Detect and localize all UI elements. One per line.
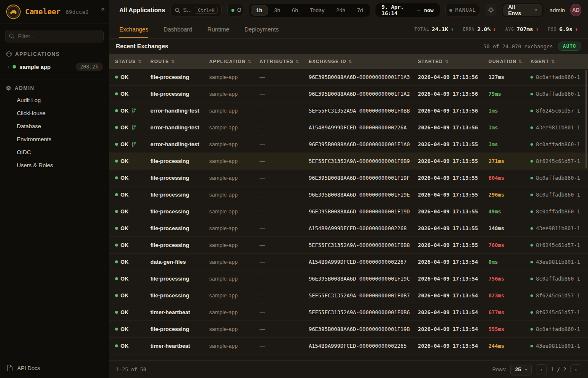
scrollbar-thumb[interactable] <box>585 70 587 168</box>
column-header-attributes[interactable]: ATTRIBUTES⇅ <box>260 59 309 64</box>
table-row[interactable]: OK data-gen-files sample-app — A154B9A99… <box>109 254 588 270</box>
env-select[interactable]: All Envs ▾ <box>503 4 542 16</box>
applications-header-label: APPLICATIONS <box>15 51 60 57</box>
rows-per-page-value: 25 <box>515 367 521 373</box>
table-row[interactable]: OK file-processing sample-app — 96E395B0… <box>109 69 588 86</box>
agent-cell: 8c0affadb860-1 <box>530 74 588 80</box>
theme-toggle-button[interactable] <box>486 4 496 16</box>
application-cell: sample-app <box>209 192 260 198</box>
tab-runtime[interactable]: Runtime <box>207 20 229 38</box>
status-ok-dot <box>115 227 118 230</box>
table-row[interactable]: OK timer-heartbeat sample-app — 5EF55FC3… <box>109 304 588 321</box>
duration-cell: 244ms <box>488 343 530 349</box>
filter-input[interactable] <box>5 30 104 42</box>
sidebar-item-users-roles[interactable]: Users & Roles <box>0 159 109 172</box>
column-header-started[interactable]: STARTED⇅ <box>418 59 488 64</box>
chevron-right-icon[interactable]: › <box>8 64 9 70</box>
status-ok-dot <box>115 344 118 347</box>
table-row[interactable]: OK error-handling-test sample-app — 96E3… <box>109 136 588 153</box>
prev-page-button[interactable]: ‹ <box>536 364 547 375</box>
agent-online-dot <box>530 177 533 179</box>
sidebar-item-environments[interactable]: Environments <box>0 133 109 146</box>
table-row[interactable]: OK file-processing sample-app — A154B9A9… <box>109 220 588 237</box>
trend-up-icon: ↑ <box>536 26 538 32</box>
rows-per-page-select[interactable]: 25 ▾ <box>510 364 531 375</box>
time-range-7d[interactable]: 7d <box>352 5 368 16</box>
manual-refresh-toggle[interactable]: MANUAL <box>445 4 480 16</box>
column-header-exchange-id[interactable]: EXCHANGE ID⇅ <box>309 59 418 64</box>
time-range-3h[interactable]: 3h <box>269 5 286 16</box>
date-separator: – <box>417 7 420 13</box>
started-cell: 2026-04-09 17:13:56 <box>418 91 488 97</box>
agent-online-dot <box>530 227 533 230</box>
sidebar-item-audit-log[interactable]: Audit Log <box>0 94 109 107</box>
avatar[interactable]: AD <box>570 4 581 16</box>
attributes-cell: — <box>260 259 309 265</box>
started-cell: 2026-04-09 17:13:54 <box>418 326 488 332</box>
column-header-application[interactable]: APPLICATION⇅ <box>209 59 260 64</box>
route-cell: file-processing <box>150 326 209 332</box>
table-row[interactable]: OK file-processing sample-app — 96E395B0… <box>109 321 588 338</box>
agent-id-label: 8c0affadb860-1 <box>536 74 580 80</box>
table-title-right: 50 of 24.070 exchanges AUTO <box>483 42 581 51</box>
topbar: All Applications S… Ctrl+K O 1h3h6hToday… <box>109 0 588 20</box>
trend-up-icon: ↑ <box>493 26 496 32</box>
column-header-agent[interactable]: AGENT⇅ <box>530 59 588 64</box>
sidebar-item-clickhouse[interactable]: ClickHouse <box>0 107 109 120</box>
tab-deployments[interactable]: Deployments <box>244 20 279 38</box>
table-header-row: STATUS⇅ROUTE⇅APPLICATION⇅ATTRIBUTES⇅EXCH… <box>109 54 588 69</box>
time-range-24h[interactable]: 24h <box>331 5 351 16</box>
table-row[interactable]: OK file-processing sample-app — 5EF55FC3… <box>109 237 588 254</box>
date-range-display[interactable]: 9. Apr. 16:14 – now <box>375 3 440 17</box>
duration-cell: 127ms <box>488 74 530 80</box>
table-row[interactable]: OK file-processing sample-app — 96E395B0… <box>109 203 588 220</box>
live-status-chip[interactable]: O <box>227 4 244 16</box>
sidebar-item-application[interactable]: ›sample app208.2k <box>0 60 109 74</box>
table-row[interactable]: OK file-processing sample-app — 96E395B0… <box>109 86 588 102</box>
time-range-today[interactable]: Today <box>304 5 330 16</box>
application-cell: sample-app <box>209 292 260 299</box>
sidebar-collapse-icon[interactable]: « <box>101 5 105 12</box>
table-row[interactable]: OK error-handling-test sample-app — 5EF5… <box>109 102 588 119</box>
scope-label: All Applications <box>119 7 165 13</box>
column-header-route[interactable]: ROUTE⇅ <box>150 59 209 64</box>
agent-id-label: 43ee9811b801-1 <box>536 259 580 265</box>
agent-online-dot <box>530 76 533 79</box>
duration-cell: 604ms <box>488 175 530 181</box>
sidebar-item-oidc[interactable]: OIDC <box>0 146 109 159</box>
table-row[interactable]: OK timer-heartbeat sample-app — A154B9A9… <box>109 338 588 354</box>
route-cell: timer-heartbeat <box>150 343 209 349</box>
status-cell: OK <box>115 108 150 114</box>
exchange-id-cell: 96E395B0088AA6D-000000000001F1A3 <box>309 74 418 80</box>
applications-section-header: APPLICATIONS <box>0 47 109 60</box>
stat-label: P99 <box>548 27 556 32</box>
time-range-6h[interactable]: 6h <box>286 5 303 16</box>
table-row[interactable]: OK file-processing sample-app — 96E395B0… <box>109 170 588 186</box>
table-row[interactable]: OK file-processing sample-app — 96E395B0… <box>109 186 588 203</box>
agent-id-label: 43ee9811b801-1 <box>536 124 580 131</box>
column-header-duration[interactable]: DURATION⇅ <box>488 59 530 64</box>
applications-list: ›sample app208.2k <box>0 60 109 74</box>
column-header-status[interactable]: STATUS⇅ <box>115 59 150 64</box>
route-cell: file-processing <box>150 225 209 231</box>
chevron-down-icon: ▾ <box>525 368 527 372</box>
sort-icon: ⇅ <box>171 59 176 64</box>
table-row[interactable]: OK error-handling-test sample-app — A154… <box>109 119 588 136</box>
table-row[interactable]: OK file-processing sample-app — 5EF55FC3… <box>109 287 588 304</box>
stat-err: ERR%2.0%↑ <box>463 26 496 32</box>
duration-cell: 677ms <box>488 309 530 315</box>
exchange-id-cell: 5EF55FC31352A9A-000000000001F0B6 <box>309 309 418 315</box>
tab-dashboard[interactable]: Dashboard <box>163 20 192 38</box>
auto-refresh-badge[interactable]: AUTO <box>558 42 581 51</box>
next-page-button[interactable]: › <box>570 364 581 375</box>
sort-icon: ⇅ <box>248 59 252 64</box>
time-range-1h[interactable]: 1h <box>251 5 268 16</box>
tab-exchanges[interactable]: Exchanges <box>119 20 148 38</box>
global-search[interactable]: S… Ctrl+K <box>171 4 222 16</box>
api-docs-link[interactable]: API Docs <box>0 358 109 378</box>
sidebar-item-database[interactable]: Database <box>0 120 109 133</box>
table-row[interactable]: OK file-processing sample-app — 5EF55FC3… <box>109 153 588 170</box>
table-row[interactable]: OK file-processing sample-app — 96E395B0… <box>109 270 588 287</box>
route-cell: file-processing <box>150 276 209 282</box>
column-label: STATUS <box>115 59 136 64</box>
